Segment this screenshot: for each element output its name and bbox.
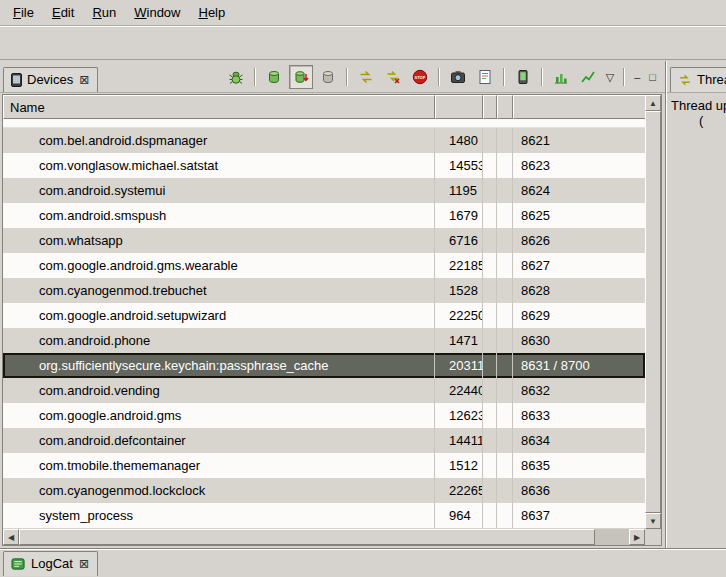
blank-cell-2 <box>497 303 513 328</box>
table-row[interactable]: com.android.systemui 1195 8624 <box>3 178 645 203</box>
report-icon[interactable] <box>473 65 497 89</box>
process-name-cell: com.google.android.setupwizard <box>3 303 435 328</box>
blank-cell-1 <box>483 353 497 378</box>
scroll-right-icon[interactable]: ▶ <box>629 529 645 545</box>
stop-threads-icon[interactable] <box>381 65 405 89</box>
tab-threads-label: Threads <box>697 72 726 87</box>
tab-devices-close-icon[interactable]: ⊠ <box>79 73 89 87</box>
process-pid-cell: 6716 <box>435 228 483 253</box>
table-row[interactable]: com.android.phone 1471 8630 <box>3 328 645 353</box>
table-row[interactable]: system_process 964 8637 <box>3 503 645 528</box>
menu-file[interactable]: File <box>4 2 43 23</box>
table-row[interactable]: com.google.android.gms.wearable 22185 86… <box>3 253 645 278</box>
blank-cell-1 <box>483 203 497 228</box>
horizontal-scrollbar[interactable]: ◀ ▶ <box>3 529 645 545</box>
update-threads-icon[interactable] <box>354 65 378 89</box>
table-row[interactable]: com.android.defcontainer 14411 8634 <box>3 428 645 453</box>
menubar: File Edit Run Window Help <box>0 0 726 26</box>
menu-edit[interactable]: Edit <box>43 2 83 23</box>
table-row[interactable]: com.cyanogenmod.lockclock 22265 8636 <box>3 478 645 503</box>
table-row[interactable]: com.android.smspush 1679 8625 <box>3 203 645 228</box>
table-row[interactable]: com.bel.android.dspmanager 1480 8621 <box>3 128 645 153</box>
process-name-cell: com.android.vending <box>3 378 435 403</box>
process-port-cell: 8621 <box>513 128 645 153</box>
blank-cell-2 <box>497 453 513 478</box>
scroll-up-icon[interactable]: ▲ <box>645 95 661 111</box>
blank-cell-2 <box>497 328 513 353</box>
process-port-cell: 8633 <box>513 403 645 428</box>
process-port-cell: 8623 <box>513 153 645 178</box>
process-name-cell: com.cyanogenmod.lockclock <box>3 478 435 503</box>
blank-cell-2 <box>497 478 513 503</box>
process-port-cell: 8628 <box>513 278 645 303</box>
scroll-left-icon[interactable]: ◀ <box>3 529 19 545</box>
process-pid-cell: 1528 <box>435 278 483 303</box>
process-pid-cell: 22440 <box>435 378 483 403</box>
toolbar-separator <box>438 68 440 86</box>
blank-cell-2 <box>497 128 513 153</box>
maximize-icon[interactable]: □ <box>646 68 659 86</box>
threads-icon <box>678 73 692 87</box>
minimize-icon[interactable]: – <box>631 68 643 86</box>
toolbar-separator <box>541 68 543 86</box>
column-header-blank2[interactable] <box>497 95 513 119</box>
blank-cell-2 <box>497 228 513 253</box>
menu-help[interactable]: Help <box>189 2 234 23</box>
logcat-icon <box>11 557 26 571</box>
update-heap-icon[interactable] <box>262 65 286 89</box>
blank-cell-2 <box>497 403 513 428</box>
stop-process-icon[interactable]: STOP <box>408 65 432 89</box>
stats-bars-icon[interactable] <box>549 65 573 89</box>
threads-panel: Threads Thread up ( <box>666 61 726 548</box>
scroll-down-icon[interactable]: ▼ <box>645 513 661 529</box>
blank-cell-1 <box>483 128 497 153</box>
table-row[interactable]: com.tmobile.thememanager 1512 8635 <box>3 453 645 478</box>
table-row[interactable]: com.android.vending 22440 8632 <box>3 378 645 403</box>
process-name-cell: com.android.phone <box>3 328 435 353</box>
process-name-cell: com.bel.android.dspmanager <box>3 128 435 153</box>
tab-devices[interactable]: Devices ⊠ <box>3 67 98 92</box>
menu-run[interactable]: Run <box>83 2 125 23</box>
screen-capture-icon[interactable] <box>446 65 470 89</box>
device-view-icon[interactable] <box>511 65 535 89</box>
table-row[interactable]: com.google.android.setupwizard 22250 862… <box>3 303 645 328</box>
horizontal-scroll-thumb[interactable] <box>19 529 595 545</box>
table-row[interactable]: com.vonglasow.michael.satstat 14553 8623 <box>3 153 645 178</box>
dump-hprof-icon[interactable] <box>289 65 313 89</box>
svg-text:STOP: STOP <box>414 75 425 80</box>
process-pid-cell: 20311 <box>435 353 483 378</box>
table-row[interactable]: org.sufficientlysecure.keychain:passphra… <box>3 353 645 378</box>
table-row[interactable]: com.google.android.gms 12623 8633 <box>3 403 645 428</box>
tab-logcat-close-icon[interactable]: ⊠ <box>79 557 89 571</box>
table-row[interactable]: com.cyanogenmod.trebuchet 1528 8628 <box>3 278 645 303</box>
column-header-blank1[interactable] <box>483 95 497 119</box>
empty-toolbar-strip <box>0 26 726 60</box>
process-name-cell: com.whatsapp <box>3 228 435 253</box>
process-port-cell: 8636 <box>513 478 645 503</box>
cause-gc-icon[interactable] <box>316 65 340 89</box>
stats-line-icon[interactable] <box>576 65 600 89</box>
toolbar-separator <box>623 68 625 86</box>
toolbar-separator <box>254 68 256 86</box>
menu-window[interactable]: Window <box>125 2 189 23</box>
blank-cell-1 <box>483 503 497 528</box>
column-header-name[interactable]: Name <box>3 95 435 119</box>
view-menu-icon[interactable]: ▽ <box>603 68 617 86</box>
vertical-scroll-thumb[interactable] <box>645 111 661 513</box>
column-header-port[interactable] <box>513 95 661 119</box>
process-port-cell: 8626 <box>513 228 645 253</box>
process-pid-cell: 22265 <box>435 478 483 503</box>
process-port-cell: 8632 <box>513 378 645 403</box>
tab-logcat[interactable]: LogCat ⊠ <box>3 551 98 576</box>
threads-message-line1: Thread up <box>671 98 726 113</box>
tab-threads[interactable]: Threads <box>670 67 726 92</box>
debug-icon[interactable] <box>224 65 248 89</box>
partial-row <box>3 119 645 128</box>
column-header-pid[interactable] <box>435 95 483 119</box>
process-pid-cell: 14553 <box>435 153 483 178</box>
table-row[interactable]: com.whatsapp 6716 8626 <box>3 228 645 253</box>
vertical-scrollbar[interactable]: ▲ ▼ <box>645 95 661 529</box>
process-port-cell: 8624 <box>513 178 645 203</box>
process-name-cell: com.android.smspush <box>3 203 435 228</box>
threads-tabbar: Threads <box>667 61 726 93</box>
